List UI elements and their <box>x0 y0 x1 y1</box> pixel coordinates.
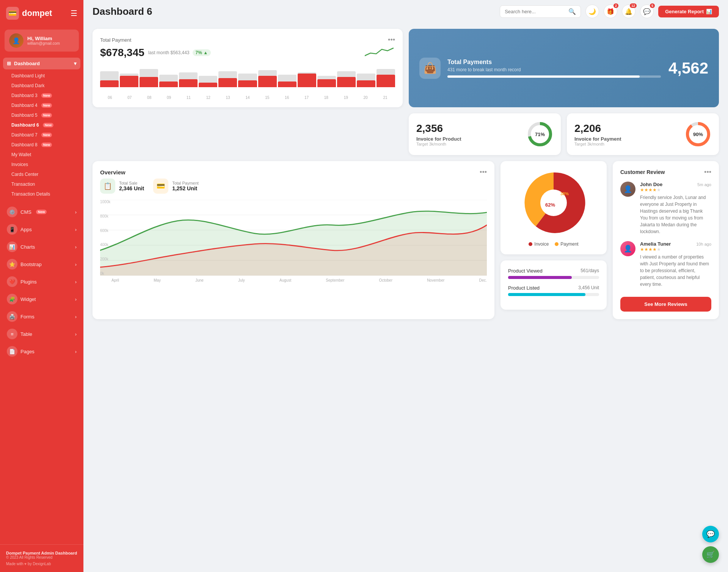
bar-chart-labels: 060708091112131415161718192021 <box>100 96 395 100</box>
nav-transaction[interactable]: Transaction <box>3 179 80 189</box>
gift-notification-btn[interactable]: 🎁 2 <box>604 5 617 18</box>
bar-label: 11 <box>179 96 198 100</box>
banner-progress-bar <box>447 75 640 78</box>
sidebar-item-forms[interactable]: 🖨️Forms › <box>3 308 80 325</box>
legend-payment: Payment <box>555 241 578 247</box>
chevron-right-icon: › <box>75 209 77 215</box>
sidebar-item-charts[interactable]: 📊Charts › <box>3 238 80 255</box>
search-input[interactable] <box>505 9 565 14</box>
nav-invoices[interactable]: Invoices <box>3 160 80 169</box>
see-more-reviews-button[interactable]: See More Reviews <box>620 297 711 312</box>
sidebar-item-plugins[interactable]: ❤️Plugins › <box>3 273 80 290</box>
banner-subtitle: 431 more to break last month record <box>447 67 661 72</box>
invoice-product-num: 2,356 <box>416 122 461 135</box>
bar-group <box>298 64 316 87</box>
bar-red <box>159 81 178 87</box>
theme-toggle-btn[interactable]: 🌙 <box>585 5 599 18</box>
support-fab[interactable]: 💬 <box>702 526 719 542</box>
search-icon: 🔍 <box>568 8 576 15</box>
bar-label: 21 <box>375 96 395 100</box>
product-listed-label: Product Listed <box>508 285 540 291</box>
review-item-1: 👤 Amelia Tuner 10h ago ★★★★★ I viewed a … <box>620 241 711 288</box>
invoice-payment-target: Target 3k/month <box>574 142 621 146</box>
bar-label: 08 <box>140 96 159 100</box>
message-badge: 5 <box>650 3 655 8</box>
bar-group <box>120 64 138 87</box>
nav-dashboard-8[interactable]: Dashboard 8 New <box>3 140 80 150</box>
bar-group <box>278 64 297 87</box>
total-payment-menu[interactable]: ••• <box>388 36 395 43</box>
nav-my-wallet[interactable]: My Wallet <box>3 150 80 160</box>
sidebar-item-widget[interactable]: 🧩Widget › <box>3 291 80 307</box>
bar-label: 15 <box>257 96 277 100</box>
sidebar-item-pages[interactable]: 📄Pages › <box>3 343 80 360</box>
svg-text:38%: 38% <box>560 191 569 196</box>
sidebar-item-cms[interactable]: ⚙️CMS New › <box>3 204 80 220</box>
main-content: Dashboard 6 🔍 🌙 🎁 2 🔔 12 💬 5 Generate Re… <box>83 0 728 572</box>
reviewer-info-1: Amelia Tuner 10h ago ★★★★★ I viewed a nu… <box>640 241 711 288</box>
user-card[interactable]: 👤 Hi, William william@gmail.com <box>5 30 79 52</box>
nav-dashboard-7[interactable]: Dashboard 7 New <box>3 130 80 140</box>
hamburger-icon[interactable]: ☰ <box>71 9 77 18</box>
invoice-product-info: 2,356 Invoice for Product Target 3k/mont… <box>416 122 461 146</box>
sidebar-item-table[interactable]: ≡Table › <box>3 326 80 342</box>
page-title: Dashboard 6 <box>93 6 152 17</box>
sidebar-item-apps[interactable]: 📱Apps › <box>3 221 80 238</box>
nav-dashboard-4[interactable]: Dashboard 4 New <box>3 100 80 110</box>
overview-title: Overview <box>100 169 126 176</box>
bar-label: 12 <box>198 96 218 100</box>
nav-dashboard-3[interactable]: Dashboard 3 New <box>3 91 80 100</box>
chevron-down-icon: ▾ <box>74 61 77 66</box>
product-listed-progress-bg <box>508 293 599 296</box>
sidebar-item-bootstrap[interactable]: ⭐Bootstrap › <box>3 256 80 273</box>
bar-group <box>357 64 375 87</box>
product-viewed-progress-fill <box>508 276 572 279</box>
generate-report-button[interactable]: Generate Report 📊 <box>658 6 719 17</box>
main-nav: ⚙️CMS New › 📱Apps › 📊Charts › ⭐Bootstrap… <box>0 204 83 360</box>
total-payment-card: Total Payment ••• $678,345 last month $5… <box>93 29 403 107</box>
nav-dashboard-dark[interactable]: Dashboard Dark <box>3 81 80 91</box>
bar-label: 19 <box>336 96 356 100</box>
bell-notification-btn[interactable]: 🔔 12 <box>622 5 635 18</box>
user-name: Hi, William <box>27 36 60 41</box>
review-time-0: 5m ago <box>697 182 711 187</box>
chevron-right-icon: › <box>75 314 77 320</box>
overview-header: Overview ••• <box>100 169 487 176</box>
overview-stats: 📋 Total Sale 2,346 Unit 💳 Total Payment … <box>100 179 487 194</box>
message-notification-btn[interactable]: 💬 5 <box>640 5 654 18</box>
bar-red <box>238 80 257 87</box>
bar-label: 09 <box>159 96 179 100</box>
gift-badge: 2 <box>613 3 618 8</box>
logo[interactable]: 💳 dompet <box>6 7 52 20</box>
nav-dashboard-light[interactable]: Dashboard Light <box>3 71 80 81</box>
sidebar-header: 💳 dompet ☰ <box>0 0 83 27</box>
review-menu[interactable]: ••• <box>704 169 711 176</box>
fab-container: 💬 🛒 <box>702 526 719 563</box>
nav-dashboard-5[interactable]: Dashboard 5 New <box>3 110 80 120</box>
cart-fab[interactable]: 🛒 <box>702 546 719 563</box>
svg-text:62%: 62% <box>545 202 555 208</box>
chevron-right-icon: › <box>75 279 77 285</box>
footer-made-with: Made with ♥ by DexignLab <box>6 562 77 566</box>
dashboard-group-header[interactable]: ⊞Dashboard ▾ <box>3 58 80 69</box>
bar-label: 14 <box>238 96 257 100</box>
product-viewed-label: Product Viewed <box>508 268 543 274</box>
nav-dashboard-6[interactable]: Dashboard 6 New <box>3 120 80 130</box>
row-2: 2,356 Invoice for Product Target 3k/mont… <box>93 113 719 155</box>
last-month-label: last month $563,443 <box>148 50 190 55</box>
avatar: 👤 <box>9 33 24 48</box>
nav-cards-center[interactable]: Cards Center <box>3 169 80 179</box>
bar-red <box>317 79 336 87</box>
overview-menu[interactable]: ••• <box>480 169 487 176</box>
pie-chart-card: 62% 38% Invoice Payment <box>500 161 607 254</box>
footer-copyright: © 2023 All Rights Reserved <box>6 555 77 559</box>
nav-transaction-details[interactable]: Transaction Details <box>3 189 80 199</box>
bar-group <box>179 64 198 87</box>
bar-red <box>199 83 217 87</box>
row-1: Total Payment ••• $678,345 last month $5… <box>93 29 719 107</box>
reviewer-avatar-1: 👤 <box>620 241 635 256</box>
search-box: 🔍 <box>500 5 581 18</box>
amount-row: $678,345 last month $563,443 7% ▲ <box>100 46 395 59</box>
product-stats-card: Product Viewed 561/days Product Listed 3… <box>500 260 607 310</box>
topbar-right: 🔍 🌙 🎁 2 🔔 12 💬 5 Generate Report 📊 <box>500 5 719 18</box>
